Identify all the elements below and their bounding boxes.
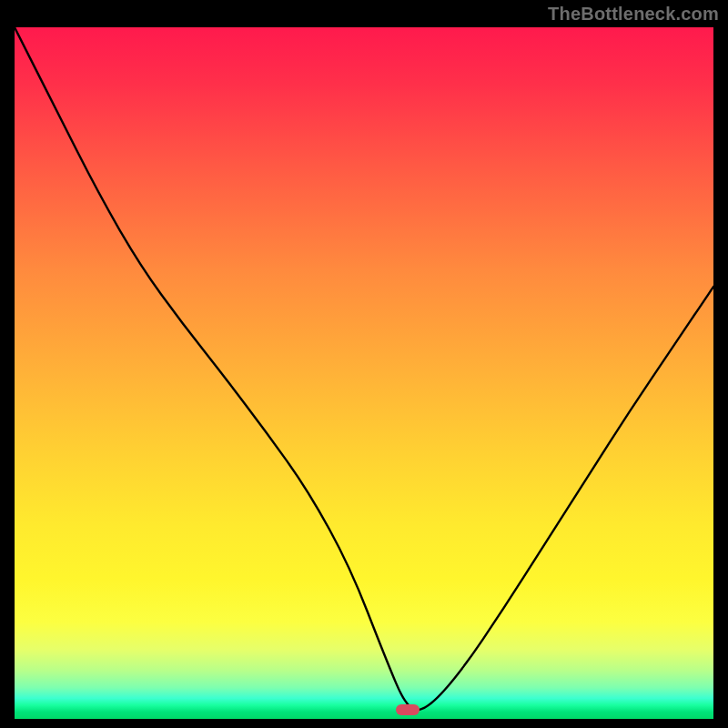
bottleneck-curve [15, 27, 713, 719]
watermark-text: TheBottleneck.com [548, 4, 719, 25]
plot-area [15, 27, 713, 719]
chart-frame: TheBottleneck.com [0, 0, 728, 728]
optimal-marker [396, 704, 420, 715]
